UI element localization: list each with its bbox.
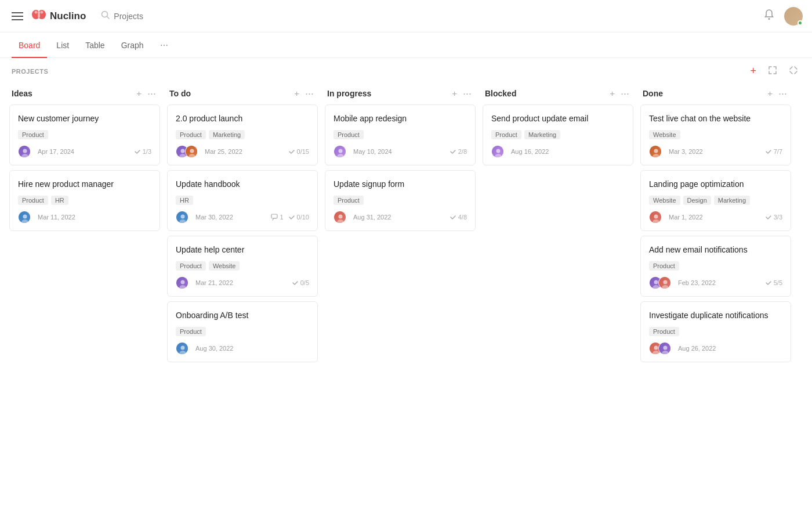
- column-header-blocked: Blocked + ⋯: [483, 84, 633, 105]
- section-label: PROJECTS: [12, 68, 48, 75]
- svg-point-46: [654, 280, 658, 284]
- collapse-button[interactable]: [786, 64, 800, 78]
- card-date: Mar 21, 2022: [195, 279, 233, 286]
- card-avatars: [334, 145, 346, 158]
- tab-list[interactable]: List: [49, 33, 76, 58]
- card-title: Test live chat on the website: [649, 113, 782, 124]
- card-avatar: [658, 276, 671, 289]
- card-avatars: [649, 276, 671, 289]
- card-avatars: [176, 145, 198, 158]
- column-more-button[interactable]: ⋯: [619, 88, 631, 99]
- card-meta: Aug 30, 2022: [176, 342, 233, 355]
- card-tag: Product: [334, 130, 364, 139]
- card-footer: Aug 16, 2022: [491, 145, 625, 158]
- kanban-card[interactable]: Investigate duplicate notifications Prod…: [640, 301, 791, 362]
- user-avatar[interactable]: [784, 7, 803, 26]
- card-tags: HR: [176, 196, 309, 205]
- card-meta: Mar 11, 2022: [18, 211, 75, 224]
- column-header-inprogress: In progress + ⋯: [325, 84, 476, 105]
- card-check-count: 0/15: [288, 148, 309, 155]
- card-tags: Product: [176, 327, 309, 336]
- card-tag: Product: [334, 196, 364, 205]
- svg-point-21: [181, 214, 185, 218]
- card-date: Mar 30, 2022: [195, 214, 233, 221]
- card-tags: Product: [649, 261, 782, 271]
- tab-graph[interactable]: Graph: [114, 33, 151, 58]
- card-tag: Product: [491, 130, 521, 139]
- card-tag: Product: [176, 327, 206, 336]
- kanban-board: Ideas + ⋯ New customer journey Product A…: [0, 84, 812, 379]
- card-stats: 0/5: [292, 279, 309, 286]
- column-more-button[interactable]: ⋯: [777, 88, 789, 99]
- card-footer: Feb 23, 2022 5/5: [649, 276, 782, 289]
- column-done: Done + ⋯ Test live chat on the website W…: [640, 84, 791, 367]
- tabs-more-button[interactable]: ⋯: [155, 36, 173, 55]
- card-check-count: 4/8: [449, 214, 467, 221]
- kanban-card[interactable]: Update help center ProductWebsite Mar 21…: [167, 236, 318, 297]
- card-avatars: [334, 211, 346, 224]
- card-stats: 1/3: [134, 148, 151, 155]
- card-meta: Feb 23, 2022: [649, 276, 716, 289]
- card-date: Mar 25, 2022: [205, 148, 242, 155]
- add-column-button[interactable]: +: [748, 64, 759, 78]
- card-date: Aug 26, 2022: [678, 345, 716, 352]
- expand-button[interactable]: [766, 64, 780, 78]
- kanban-card[interactable]: Landing page optimization WebsiteDesignM…: [640, 170, 791, 231]
- card-footer: May 10, 2024 2/8: [334, 145, 467, 158]
- add-card-button[interactable]: +: [608, 88, 617, 99]
- card-title: Onboarding A/B test: [176, 310, 309, 321]
- search-area[interactable]: [101, 10, 183, 21]
- tab-board[interactable]: Board: [12, 33, 47, 58]
- card-tag: Marketing: [714, 196, 750, 205]
- card-title: Hire new product manager: [18, 179, 151, 190]
- svg-point-49: [664, 280, 668, 284]
- add-card-button[interactable]: +: [292, 88, 301, 99]
- kanban-card[interactable]: 2.0 product launch ProductMarketing Mar …: [167, 105, 318, 165]
- kanban-card[interactable]: Mobile app redesign Product May 10, 2024…: [325, 105, 476, 165]
- column-more-button[interactable]: ⋯: [461, 88, 473, 99]
- kanban-card[interactable]: Test live chat on the website Website Ma…: [640, 105, 791, 165]
- search-input[interactable]: [114, 12, 183, 21]
- notification-bell[interactable]: [763, 9, 775, 23]
- column-inprogress: In progress + ⋯ Mobile app redesign Prod…: [325, 84, 476, 236]
- card-check-count: 3/3: [765, 214, 782, 221]
- logo-area: Nuclino: [31, 8, 86, 24]
- card-tags: ProductWebsite: [176, 261, 309, 271]
- logo-text: Nuclino: [50, 10, 86, 22]
- card-footer: Aug 30, 2022: [176, 342, 309, 355]
- kanban-card[interactable]: Hire new product manager ProductHR Mar 1…: [9, 170, 160, 231]
- card-date: Mar 11, 2022: [38, 214, 75, 221]
- card-tag: Product: [176, 130, 206, 139]
- card-meta: Mar 30, 2022: [176, 211, 233, 224]
- column-more-button[interactable]: ⋯: [303, 88, 316, 99]
- card-title: Investigate duplicate notifications: [649, 310, 782, 321]
- add-card-button[interactable]: +: [766, 88, 774, 99]
- column-more-button[interactable]: ⋯: [146, 88, 158, 99]
- kanban-card[interactable]: Update handbook HR Mar 30, 2022 1 0/10: [167, 170, 318, 231]
- svg-point-34: [339, 214, 343, 218]
- kanban-card[interactable]: Update signup form Product Aug 31, 2022 …: [325, 170, 476, 231]
- card-tags: ProductMarketing: [176, 130, 309, 139]
- card-avatars: [176, 276, 188, 289]
- card-check-count: 0/5: [292, 279, 309, 286]
- card-tag: Website: [649, 196, 680, 205]
- add-card-button[interactable]: +: [135, 88, 143, 99]
- card-date: Feb 23, 2022: [678, 279, 716, 286]
- card-avatars: [176, 342, 188, 355]
- card-avatar: [491, 145, 504, 158]
- card-meta: Aug 31, 2022: [334, 211, 391, 224]
- card-meta: Mar 1, 2022: [649, 211, 703, 224]
- card-footer: Mar 25, 2022 0/15: [176, 145, 309, 158]
- hamburger-menu[interactable]: [9, 10, 26, 23]
- card-tags: Product: [334, 130, 467, 139]
- kanban-card[interactable]: Add new email notifications Product Feb …: [640, 236, 791, 297]
- card-date: Mar 3, 2022: [669, 148, 703, 155]
- card-avatar: [18, 145, 31, 158]
- kanban-card[interactable]: Onboarding A/B test Product Aug 30, 2022: [167, 301, 318, 362]
- header-right: [763, 7, 803, 26]
- add-card-button[interactable]: +: [450, 88, 459, 99]
- kanban-card[interactable]: Send product update email ProductMarketi…: [483, 105, 633, 165]
- kanban-card[interactable]: New customer journey Product Apr 17, 202…: [9, 105, 160, 165]
- column-header-todo: To do + ⋯: [167, 84, 318, 105]
- tab-table[interactable]: Table: [78, 33, 111, 58]
